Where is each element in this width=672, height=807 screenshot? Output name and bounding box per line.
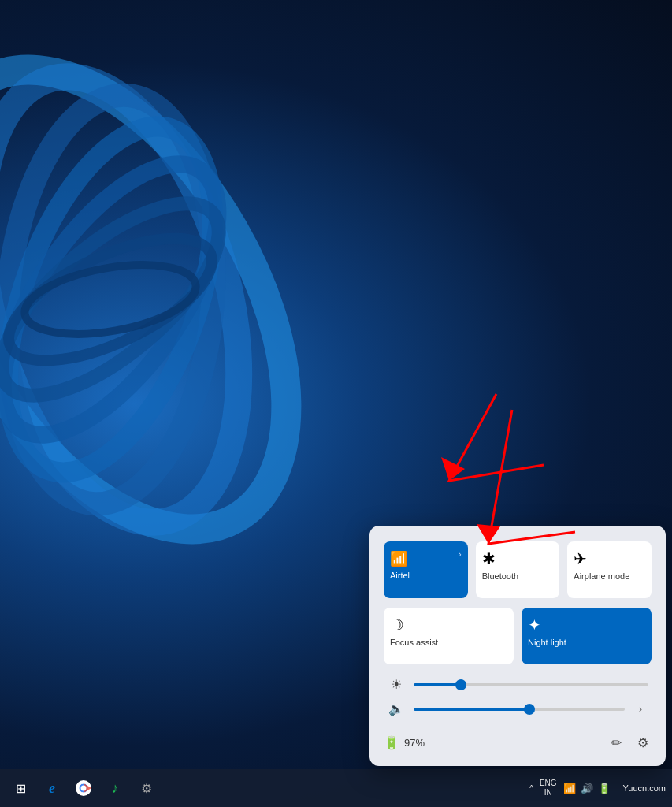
brightness-slider[interactable] xyxy=(414,683,648,686)
focus-assist-button[interactable]: ☽ Focus assist xyxy=(384,608,514,664)
quick-settings-panel: 📶 › Airtel ✱ Bluetooth ✈ Airplane mode ☽… xyxy=(369,526,666,766)
start-button[interactable]: ⊞ xyxy=(6,774,35,802)
bluetooth-icon: ✱ xyxy=(482,549,554,568)
battery-info: 🔋 97% xyxy=(384,735,425,750)
moon-icon: ☽ xyxy=(390,615,404,634)
night-light-icon: ✦ xyxy=(528,615,541,634)
toggle-row-2: ☽ Focus assist ✦ Night light xyxy=(384,608,652,664)
focus-assist-label: Focus assist xyxy=(390,638,438,647)
wifi-tray-icon[interactable]: 📶 xyxy=(563,783,576,794)
bluetooth-toggle-button[interactable]: ✱ Bluetooth xyxy=(476,541,560,598)
battery-percent: 97% xyxy=(404,737,425,749)
night-light-button[interactable]: ✦ Night light xyxy=(522,608,652,664)
watermark-text: Yuucn.com xyxy=(623,783,666,793)
panel-footer: 🔋 97% ✏ ⚙ xyxy=(384,726,652,753)
volume-expand-arrow[interactable]: › xyxy=(633,703,648,715)
airplane-label: Airplane mode xyxy=(574,571,629,582)
system-tray-chevron[interactable]: ^ xyxy=(529,784,533,793)
brightness-icon: ☀ xyxy=(387,677,406,692)
bluetooth-label: Bluetooth xyxy=(482,571,518,582)
volume-thumb[interactable] xyxy=(524,704,535,715)
taskbar-left: ⊞ e ♪ ⚙ xyxy=(6,774,529,802)
edge-icon[interactable]: e xyxy=(38,774,66,802)
system-tray-icons: 📶 🔊 🔋 xyxy=(563,783,611,794)
toggle-row-1: 📶 › Airtel ✱ Bluetooth ✈ Airplane mode xyxy=(384,541,652,598)
settings-taskbar-icon[interactable]: ⚙ xyxy=(132,774,161,802)
airplane-toggle-button[interactable]: ✈ Airplane mode xyxy=(567,541,652,598)
volume-fill xyxy=(414,708,529,711)
airplane-icon: ✈ xyxy=(574,549,645,568)
settings-button[interactable]: ⚙ xyxy=(634,732,652,753)
volume-slider-row: 🔈 › xyxy=(384,701,652,716)
brightness-fill xyxy=(414,683,461,686)
svg-point-12 xyxy=(81,786,87,791)
wifi-label: Airtel xyxy=(390,571,410,581)
night-light-label: Night light xyxy=(528,638,566,647)
volume-tray-icon[interactable]: 🔊 xyxy=(581,783,593,794)
edit-button[interactable]: ✏ xyxy=(608,732,625,753)
input-language: ENGIN xyxy=(540,779,557,798)
wifi-toggle-button[interactable]: 📶 › Airtel xyxy=(384,541,468,598)
spotify-icon[interactable]: ♪ xyxy=(101,774,129,802)
brightness-slider-row: ☀ xyxy=(384,677,652,692)
wifi-icon: 📶 › xyxy=(390,549,462,567)
battery-icon: 🔋 xyxy=(384,735,399,750)
wifi-expand-arrow[interactable]: › xyxy=(459,549,462,559)
battery-tray-icon[interactable]: 🔋 xyxy=(598,783,611,794)
taskbar-right: ^ ENGIN 📶 🔊 🔋 Yuucn.com xyxy=(529,779,666,798)
volume-slider[interactable] xyxy=(414,708,625,711)
brightness-thumb[interactable] xyxy=(455,679,466,690)
footer-actions: ✏ ⚙ xyxy=(608,732,652,753)
taskbar: ⊞ e ♪ ⚙ ^ ENGIN 📶 🔊 🔋 Yuucn.com xyxy=(0,769,672,807)
chrome-icon[interactable] xyxy=(69,774,98,802)
volume-icon: 🔈 xyxy=(387,701,406,716)
